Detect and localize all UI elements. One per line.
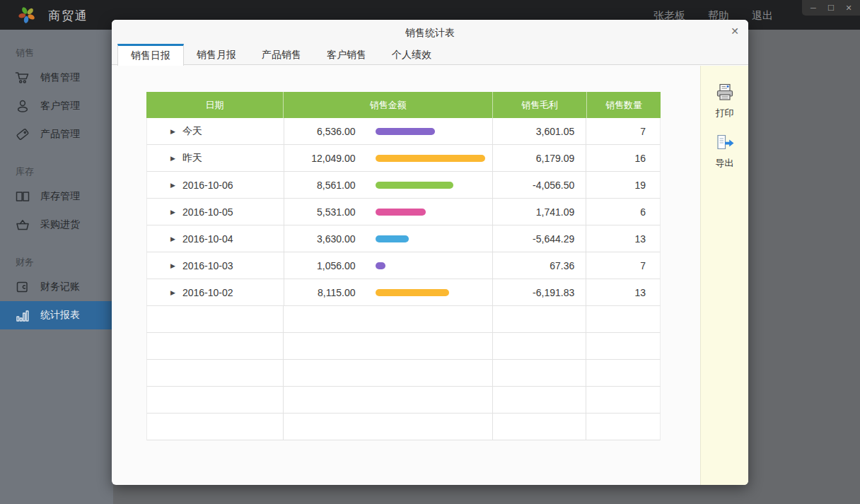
amount-bar — [376, 289, 449, 296]
empty-cell — [586, 414, 660, 440]
expand-arrow-icon[interactable]: ▶ — [170, 155, 175, 162]
sidebar-item-inventory-mgmt[interactable]: 库存管理 — [0, 182, 113, 211]
empty-cell — [493, 306, 587, 332]
sidebar-item-customer-mgmt[interactable]: 客户管理 — [0, 92, 113, 120]
sidebar-item-reports[interactable]: 统计报表 — [0, 301, 113, 329]
empty-cell — [147, 333, 284, 359]
table-row[interactable]: ▶2016-10-043,630.00-5,644.2913 — [146, 225, 661, 252]
minimize-button[interactable]: ─ — [807, 4, 820, 12]
basket-icon — [14, 217, 31, 233]
date-label: 2016-10-03 — [182, 260, 233, 271]
sidebar-item-purchasing[interactable]: 采购进货 — [0, 211, 113, 239]
expand-arrow-icon[interactable]: ▶ — [170, 262, 175, 269]
table-row[interactable]: ▶今天6,536.003,601.057 — [146, 118, 661, 145]
profit-cell: -4,056.50 — [493, 172, 587, 198]
close-window-button[interactable]: ✕ — [842, 4, 855, 12]
amount-value: 6,536.00 — [284, 126, 356, 137]
date-label: 今天 — [182, 125, 202, 138]
tab-customer[interactable]: 客户销售 — [314, 44, 379, 64]
logout-link[interactable]: 退出 — [752, 9, 773, 23]
amount-value: 8,115.00 — [284, 287, 356, 298]
empty-cell — [586, 306, 660, 332]
profit-cell: 3,601.05 — [493, 118, 587, 144]
amount-bar — [376, 235, 409, 242]
empty-cell — [147, 306, 284, 332]
amount-value: 5,531.00 — [284, 206, 356, 218]
sidebar: 销售销售管理客户管理产品管理库存库存管理采购进货财务财务记账统计报表 — [0, 30, 113, 504]
table-row[interactable]: ▶昨天12,049.006,179.0916 — [146, 145, 661, 172]
sidebar-item-sales-mgmt[interactable]: 销售管理 — [0, 64, 113, 92]
amount-bar — [376, 182, 453, 189]
amount-value: 1,056.00 — [284, 260, 356, 271]
empty-cell — [493, 333, 587, 359]
quantity-cell: 7 — [586, 252, 660, 279]
sidebar-item-label: 采购进货 — [40, 218, 80, 231]
profit-cell: 6,179.09 — [493, 145, 587, 171]
quantity-cell: 13 — [586, 225, 660, 252]
sidebar-item-label: 产品管理 — [40, 128, 80, 141]
empty-cell — [284, 306, 492, 332]
export-label: 导出 — [701, 157, 748, 170]
report-tabbar: 销售日报销售月报产品销售客户销售个人绩效 — [112, 44, 748, 65]
column-header: 日期 — [146, 92, 284, 118]
table-row[interactable]: ▶2016-10-028,115.00-6,191.8313 — [146, 279, 661, 306]
empty-cell — [284, 360, 492, 386]
sidebar-item-product-mgmt[interactable]: 产品管理 — [0, 120, 113, 148]
profit-cell: -6,191.83 — [493, 279, 587, 305]
date-label: 2016-10-02 — [182, 287, 233, 298]
profit-cell: 1,741.09 — [493, 199, 587, 225]
sidebar-item-label: 统计报表 — [40, 309, 80, 322]
date-cell: ▶今天 — [147, 118, 284, 144]
sales-report-table: 日期销售金额销售毛利销售数量▶今天6,536.003,601.057▶昨天12,… — [146, 92, 661, 440]
empty-cell — [493, 360, 587, 386]
close-icon[interactable]: ✕ — [731, 26, 739, 36]
maximize-button[interactable]: ☐ — [825, 4, 837, 12]
action-strip: 打印 导出 — [700, 66, 748, 485]
profit-cell: 67.36 — [493, 252, 587, 279]
date-cell: ▶2016-10-02 — [147, 279, 284, 305]
table-row-empty — [146, 360, 661, 387]
quantity-cell: 7 — [586, 118, 660, 144]
table-row-empty — [146, 333, 661, 360]
amount-cell: 8,561.00 — [284, 172, 493, 198]
empty-cell — [284, 333, 492, 359]
table-row[interactable]: ▶2016-10-055,531.001,741.096 — [146, 199, 661, 225]
table-row[interactable]: ▶2016-10-068,561.00-4,056.5019 — [146, 172, 661, 199]
amount-value: 3,630.00 — [284, 233, 356, 245]
sidebar-item-label: 销售管理 — [40, 71, 80, 84]
tab-product[interactable]: 产品销售 — [249, 44, 314, 64]
empty-cell — [586, 360, 660, 386]
date-cell: ▶2016-10-04 — [147, 225, 284, 252]
table-row-empty — [146, 387, 661, 414]
dialog-title: 销售统计表 — [112, 20, 748, 45]
table-row[interactable]: ▶2016-10-031,056.0067.367 — [146, 252, 661, 279]
table-header-row: 日期销售金额销售毛利销售数量 — [146, 92, 661, 118]
expand-arrow-icon[interactable]: ▶ — [170, 289, 175, 296]
empty-cell — [493, 387, 587, 413]
column-header: 销售毛利 — [493, 92, 587, 118]
sidebar-item-bookkeeping[interactable]: 财务记账 — [0, 273, 113, 301]
date-label: 昨天 — [182, 152, 202, 165]
expand-arrow-icon[interactable]: ▶ — [170, 209, 175, 216]
amount-cell: 1,056.00 — [284, 252, 493, 279]
tab-daily[interactable]: 销售日报 — [117, 44, 184, 66]
date-cell: ▶2016-10-03 — [147, 252, 284, 279]
export-icon — [715, 142, 735, 154]
tab-personal[interactable]: 个人绩效 — [379, 44, 444, 64]
expand-arrow-icon[interactable]: ▶ — [170, 182, 175, 189]
date-cell: ▶2016-10-05 — [147, 199, 284, 225]
date-label: 2016-10-04 — [182, 233, 233, 245]
empty-cell — [284, 387, 492, 413]
chart-icon — [14, 307, 31, 323]
date-label: 2016-10-05 — [182, 206, 233, 218]
dialog-titlebar: 销售统计表 ✕ — [112, 20, 748, 44]
amount-cell: 5,531.00 — [284, 199, 493, 225]
tab-monthly[interactable]: 销售月报 — [184, 44, 249, 64]
print-button[interactable]: 打印 — [701, 83, 748, 119]
export-button[interactable]: 导出 — [701, 134, 748, 170]
table-row-empty — [146, 414, 661, 440]
expand-arrow-icon[interactable]: ▶ — [170, 235, 175, 242]
expand-arrow-icon[interactable]: ▶ — [170, 128, 175, 135]
book-icon — [14, 189, 31, 204]
table-row-empty — [146, 306, 661, 333]
